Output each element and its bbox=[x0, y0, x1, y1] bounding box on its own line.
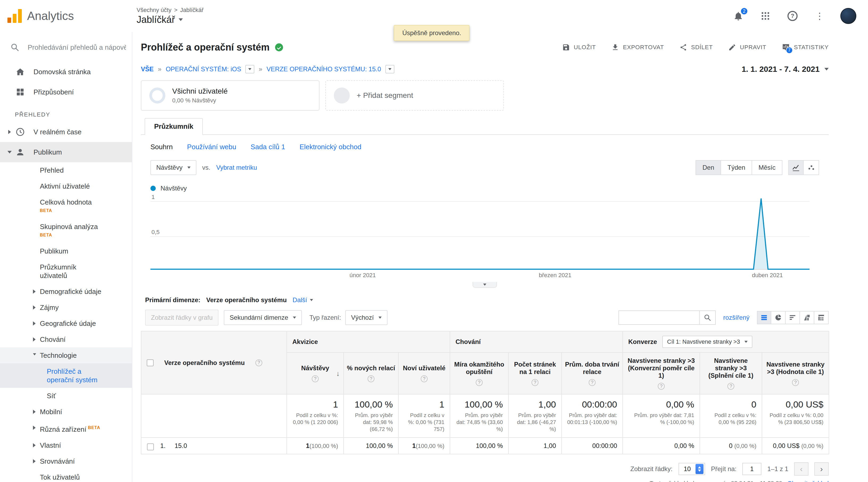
sidebar-item-benchmarking[interactable]: Srovnávání bbox=[0, 453, 132, 469]
chart-collapse-button[interactable] bbox=[472, 282, 497, 288]
column-header-pages-session[interactable]: Počet stránek na 1 relaci ? bbox=[508, 352, 562, 394]
sidebar-item-network[interactable]: Síť bbox=[0, 388, 132, 404]
sidebar-item-browser-os[interactable]: Prohlížeč a operační systém bbox=[0, 363, 132, 388]
column-header-goal-conversion-rate[interactable]: Navstivene stranky >3 (Konverzní poměr c… bbox=[623, 352, 700, 394]
sort-type-dropdown[interactable]: Výchozí bbox=[345, 310, 388, 325]
granularity-week[interactable]: Týden bbox=[721, 160, 752, 175]
subtab-ecommerce[interactable]: Elektronický obchod bbox=[300, 143, 362, 151]
more-options-button[interactable]: ⋮ bbox=[813, 9, 826, 22]
account-avatar[interactable] bbox=[840, 8, 856, 24]
insights-badge: 7 bbox=[786, 47, 793, 54]
sidebar-item-cross-device[interactable]: Různá zařízeníBETA bbox=[0, 420, 132, 437]
sidebar-item-technology[interactable]: Technologie bbox=[0, 347, 132, 363]
main-content: Prohlížeč a operační systém ULOŽIT EXPOR… bbox=[132, 32, 868, 482]
column-header-visits[interactable]: Návštěvy ? ↓ bbox=[287, 352, 344, 394]
sidebar-item-home[interactable]: Domovská stránka bbox=[0, 62, 132, 82]
refresh-report-link[interactable]: Obnovit přehled bbox=[787, 480, 829, 482]
granularity-day[interactable]: Den bbox=[695, 160, 721, 175]
sidebar-item-behavior[interactable]: Chování bbox=[0, 332, 132, 347]
primary-dimension-value[interactable]: Verze operačního systému bbox=[206, 296, 287, 304]
apps-grid-button[interactable] bbox=[759, 9, 772, 22]
sidebar-item-audience[interactable]: Publikum bbox=[0, 142, 132, 162]
filter-os-version-link[interactable]: VERZE OPERAČNÍHO SYSTÉMU: 15.0 bbox=[267, 65, 381, 73]
column-header-goal-value[interactable]: Navstivene stranky >3 (Hodnota cíle 1) ? bbox=[762, 352, 829, 394]
export-button[interactable]: EXPORTOVAT bbox=[611, 43, 664, 52]
sort-descending-icon[interactable]: ↓ bbox=[336, 370, 340, 377]
sidebar-item-interests[interactable]: Zájmy bbox=[0, 300, 132, 315]
granularity-month[interactable]: Měsíc bbox=[752, 160, 782, 175]
property-name[interactable]: Jablíčkář bbox=[136, 14, 175, 25]
goal-selector-dropdown[interactable]: Cíl 1: Navstivene stranky >3 bbox=[662, 336, 752, 348]
line-chart-view-button[interactable] bbox=[788, 160, 804, 175]
sidebar-item-geo[interactable]: Geografické údaje bbox=[0, 315, 132, 332]
sidebar-item-lifetime-value[interactable]: Celková hodnotaBETA bbox=[0, 194, 132, 219]
help-icon[interactable]: ? bbox=[255, 359, 262, 366]
table-search-button[interactable] bbox=[699, 310, 716, 325]
sidebar-item-mobile[interactable]: Mobilní bbox=[0, 404, 132, 420]
select-metric-link[interactable]: Vybrat metriku bbox=[216, 164, 257, 171]
sidebar-item-overview[interactable]: Přehled bbox=[0, 162, 132, 178]
column-header-bounce-rate[interactable]: Míra okamžitého opuštění ? bbox=[450, 352, 508, 394]
tab-explorer[interactable]: Průzkumník bbox=[145, 118, 203, 135]
visits-line-chart[interactable]: 1 0,5 bbox=[150, 197, 809, 270]
subtab-site-usage[interactable]: Používání webu bbox=[187, 143, 236, 151]
advanced-filter-link[interactable]: rozšířený bbox=[723, 314, 749, 321]
metric-dropdown[interactable]: Návštěvy bbox=[150, 160, 196, 175]
column-header-dimension[interactable]: Verze operačního systému ? bbox=[141, 331, 287, 394]
data-view-button[interactable] bbox=[757, 311, 771, 324]
more-dimensions-link[interactable]: Další bbox=[292, 296, 313, 304]
secondary-dimension-dropdown[interactable]: Sekundární dimenze bbox=[224, 310, 302, 325]
row-checkbox[interactable] bbox=[147, 444, 154, 450]
subtab-goal-set[interactable]: Sada cílů 1 bbox=[251, 143, 285, 151]
sidebar-item-customization[interactable]: Přizpůsobení bbox=[0, 82, 132, 102]
sidebar-item-realtime[interactable]: V reálném čase bbox=[0, 122, 132, 142]
table-search-input[interactable] bbox=[618, 310, 699, 325]
notifications-button[interactable]: 2 bbox=[732, 9, 745, 22]
breadcrumb-account[interactable]: Jablíčkář bbox=[180, 7, 204, 13]
filter-all-link[interactable]: VŠE bbox=[141, 65, 154, 73]
breadcrumb-all-accounts[interactable]: Všechny účty bbox=[136, 7, 172, 13]
insights-button[interactable]: 7 STATISTIKY bbox=[782, 43, 829, 52]
percentage-view-button[interactable] bbox=[771, 311, 785, 324]
filter-os-link[interactable]: OPERAČNÍ SYSTÉM: iOS bbox=[165, 65, 241, 73]
select-all-checkbox[interactable] bbox=[147, 359, 154, 366]
share-button[interactable]: SDÍLET bbox=[679, 43, 713, 52]
sidebar-item-user-explorer[interactable]: Průzkumník uživatelů bbox=[0, 259, 106, 284]
date-range-selector[interactable]: 1. 1. 2021 - 7. 4. 2021 bbox=[742, 65, 829, 74]
performance-view-button[interactable] bbox=[785, 311, 800, 324]
filter-os-dropdown[interactable] bbox=[245, 65, 254, 74]
motion-chart-view-button[interactable] bbox=[804, 160, 819, 175]
sidebar-item-audiences[interactable]: Publikum bbox=[0, 243, 132, 259]
filter-os-version-dropdown[interactable] bbox=[385, 65, 394, 74]
table-row[interactable]: 1.15.0 1(100,00 %) 100,00 % 1(100,00 %) … bbox=[141, 437, 829, 454]
pivot-view-button[interactable] bbox=[814, 311, 829, 324]
sidebar-item-custom[interactable]: Vlastní bbox=[0, 437, 132, 453]
sidebar-item-users-flow[interactable]: Tok uživatelů bbox=[0, 469, 132, 482]
column-header-goal-completions[interactable]: Navstivene stranky >3 (Splnění cíle 1) ? bbox=[700, 352, 762, 394]
property-selector[interactable]: Jablíčkář bbox=[136, 14, 204, 25]
help-button[interactable]: ? bbox=[786, 9, 799, 22]
next-page-button[interactable]: › bbox=[814, 462, 829, 476]
plot-rows-button[interactable]: Zobrazit řádky v grafu bbox=[145, 310, 218, 325]
column-header-avg-duration[interactable]: Prům. doba trvání relace ? bbox=[562, 352, 623, 394]
sidebar-search[interactable] bbox=[0, 32, 132, 62]
sidebar-item-cohort-analysis[interactable]: Skupinová analýzaBETA bbox=[0, 219, 132, 243]
segment-card-all-users[interactable]: Všichni uživatelé 0,00 % Návštěvy bbox=[141, 80, 319, 111]
save-button[interactable]: ULOŽIT bbox=[562, 43, 596, 52]
add-segment-card[interactable]: + Přidat segment bbox=[325, 80, 504, 111]
sidebar-item-active-users[interactable]: Aktivní uživatelé bbox=[0, 178, 132, 194]
rows-per-page-select[interactable]: 10 bbox=[679, 463, 705, 475]
previous-page-button[interactable]: ‹ bbox=[794, 462, 808, 476]
sidebar-item-demographics[interactable]: Demografické údaje bbox=[0, 284, 132, 300]
goto-page-input[interactable] bbox=[742, 463, 762, 475]
subtab-summary[interactable]: Souhrn bbox=[150, 143, 173, 151]
column-header-new-users[interactable]: Noví uživatelé ? bbox=[398, 352, 450, 394]
chevron-down-icon bbox=[187, 167, 191, 169]
search-input[interactable] bbox=[28, 44, 126, 52]
edit-button[interactable]: UPRAVIT bbox=[728, 43, 766, 52]
account-breadcrumb[interactable]: Všechny účty > Jablíčkář bbox=[136, 7, 204, 13]
column-header-new-sessions[interactable]: % nových relací ? bbox=[344, 352, 398, 394]
comparison-view-button[interactable] bbox=[800, 311, 814, 324]
analytics-logo-icon[interactable] bbox=[7, 9, 22, 23]
group-header-behavior: Chování bbox=[450, 331, 623, 352]
